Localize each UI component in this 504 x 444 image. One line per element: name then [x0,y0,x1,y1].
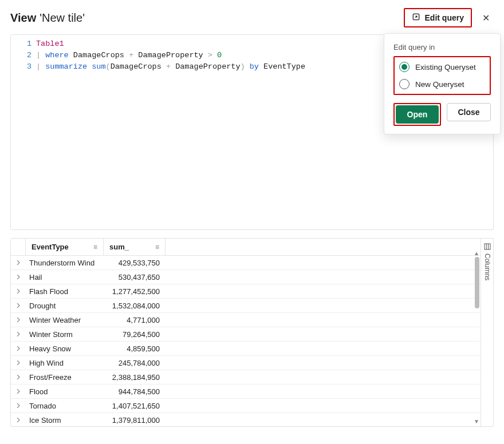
results-panel: EventType ≡ sum_ ≡ Thunderstorm Wind429,… [10,238,494,427]
table-row[interactable]: Heavy Snow4,859,500 [11,342,481,356]
expand-row-icon[interactable] [11,260,26,265]
table-row[interactable]: Winter Storm79,264,500 [11,327,481,342]
popup-actions: Open Close [393,103,491,126]
expand-row-icon[interactable] [11,332,26,336]
view-label: View [10,11,36,25]
table-row[interactable]: Flood944,784,500 [11,384,481,399]
tile-name: 'New tile' [40,11,85,25]
radio-label: Existing Queryset [415,63,476,72]
table-row[interactable]: High Wind245,784,000 [11,356,481,370]
radio-new-queryset[interactable]: New Queryset [397,76,487,93]
cell-eventtype: Hail [26,273,104,282]
cell-eventtype: Winter Weather [26,316,104,324]
popup-label: Edit query in [393,43,491,51]
expand-row-icon[interactable] [11,389,26,394]
column-header-eventtype[interactable]: EventType ≡ [26,239,104,255]
cell-sum: 79,264,500 [104,330,166,339]
queryset-radio-group: Existing Queryset New Queryset [393,56,491,95]
open-button[interactable]: Open [396,105,439,124]
expand-row-icon[interactable] [11,318,26,322]
cell-sum: 4,859,500 [104,344,166,353]
cell-sum: 1,379,811,000 [104,416,166,425]
expand-row-icon[interactable] [11,289,26,294]
table-row[interactable]: Tornado1,407,521,650 [11,399,481,413]
table-body[interactable]: Thunderstorm Wind429,533,750Hail530,437,… [11,256,481,426]
table-row[interactable]: Drought1,532,084,000 [11,299,481,313]
table-row[interactable]: Thunderstorm Wind429,533,750 [11,256,481,270]
columns-tab-label: Columns [483,253,491,280]
header-actions: Edit query ✕ [404,8,494,27]
cell-sum: 429,533,750 [104,259,166,267]
page-title: View 'New tile' [10,11,85,25]
expand-row-icon[interactable] [11,360,26,365]
cell-sum: 4,771,000 [104,316,166,324]
cell-eventtype: Flood [26,387,104,396]
edit-query-label: Edit query [425,13,464,22]
scroll-up-icon[interactable]: ▲ [474,250,479,256]
radio-label: New Queryset [415,80,464,89]
edit-query-button[interactable]: Edit query [404,8,472,27]
cell-sum: 1,532,084,000 [104,302,166,310]
table-row[interactable]: Winter Weather4,771,000 [11,313,481,327]
close-dialog-button[interactable]: ✕ [478,10,494,26]
table-row[interactable]: Frost/Freeze2,388,184,950 [11,370,481,384]
table-row[interactable]: Ice Storm1,379,811,000 [11,413,481,426]
expand-row-icon[interactable] [11,275,26,279]
columns-icon [483,243,491,250]
expand-row-icon[interactable] [11,418,26,422]
code-content: Table1 | where DamageCrops + DamagePrope… [36,35,305,229]
close-button[interactable]: Close [447,103,491,121]
close-icon: ✕ [482,13,490,23]
table-row[interactable]: Flash Flood1,277,452,500 [11,284,481,299]
radio-icon [399,79,410,89]
column-menu-icon[interactable]: ≡ [93,243,97,251]
scroll-down-icon[interactable]: ▼ [474,418,479,424]
column-menu-icon[interactable]: ≡ [155,243,159,251]
cell-eventtype: Drought [26,302,104,310]
cell-eventtype: High Wind [26,359,104,367]
columns-side-tab[interactable]: Columns [481,239,493,426]
cell-sum: 944,784,500 [104,387,166,396]
expand-row-icon[interactable] [11,303,26,308]
cell-eventtype: Heavy Snow [26,344,104,353]
cell-eventtype: Tornado [26,402,104,410]
scrollbar-thumb[interactable] [475,257,479,308]
table-row[interactable]: Hail530,437,650 [11,270,481,284]
cell-sum: 2,388,184,950 [104,373,166,382]
cell-sum: 530,437,650 [104,273,166,282]
cell-sum: 1,277,452,500 [104,287,166,296]
dialog-header: View 'New tile' Edit query ✕ [10,8,494,27]
line-gutter: 1 2 3 [11,35,36,229]
expand-row-icon[interactable] [11,375,26,379]
radio-existing-queryset[interactable]: Existing Queryset [397,58,487,76]
column-header-sum[interactable]: sum_ ≡ [104,239,166,255]
cell-eventtype: Winter Storm [26,330,104,339]
radio-icon [399,62,410,72]
expand-row-icon[interactable] [11,403,26,408]
cell-sum: 245,784,000 [104,359,166,367]
cell-eventtype: Ice Storm [26,416,104,425]
cell-sum: 1,407,521,650 [104,402,166,410]
svg-rect-1 [485,244,490,249]
open-external-icon [412,13,420,23]
expand-all-column[interactable] [11,239,26,255]
cell-eventtype: Thunderstorm Wind [26,259,104,267]
expand-row-icon[interactable] [11,346,26,351]
cell-eventtype: Flash Flood [26,287,104,296]
edit-query-popup: Edit query in Existing Queryset New Quer… [384,33,501,134]
cell-eventtype: Frost/Freeze [26,373,104,382]
table-header: EventType ≡ sum_ ≡ [11,239,481,256]
